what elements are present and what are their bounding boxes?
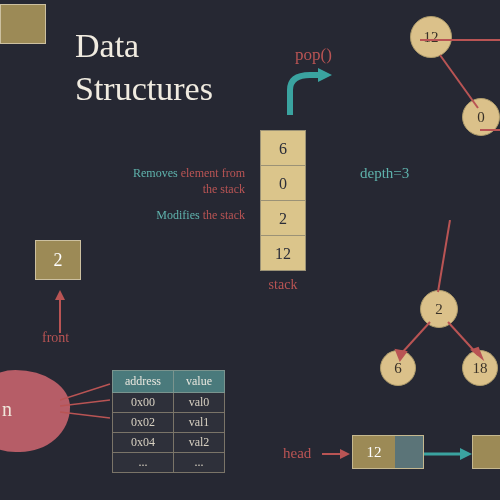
hash-blob-text: n (2, 398, 12, 421)
stack-description: Removes element from the stack Modifies … (125, 165, 245, 224)
ll-value: 12 (353, 436, 395, 468)
queue-box: 2 (35, 240, 81, 280)
stack-label: stack (260, 277, 306, 293)
front-arrow-icon (54, 288, 74, 333)
stack: 6 0 2 12 stack (260, 130, 306, 293)
desc-text: Modifies (156, 208, 199, 222)
desc-text: element from the stack (181, 166, 245, 196)
table-row: 0x00val0 (113, 393, 225, 413)
head-arrow-icon (322, 448, 352, 460)
title-line-2: Structures (75, 70, 213, 107)
linked-list-node: 12 (352, 435, 424, 469)
title-line-1: Data (75, 27, 139, 64)
page-title: Data Structures (75, 25, 213, 110)
svg-line-2 (60, 400, 110, 406)
top-left-box (0, 4, 46, 44)
stack-cell: 2 (260, 200, 306, 236)
table-row: ...... (113, 453, 225, 473)
table-row: 0x02val1 (113, 413, 225, 433)
table-header: address (113, 371, 174, 393)
tree-edge (400, 30, 500, 140)
memory-table: address value 0x00val0 0x02val1 0x04val2… (112, 370, 225, 473)
ll-pointer (395, 436, 423, 468)
desc-text: Removes (133, 166, 178, 180)
svg-line-3 (60, 412, 110, 418)
pop-arrow-icon (280, 60, 340, 120)
blob-connector-lines (60, 378, 120, 438)
ll-next-arrow-icon (424, 448, 474, 460)
head-label: head (283, 445, 311, 462)
stack-cell: 6 (260, 130, 306, 166)
desc-text: the stack (203, 208, 245, 222)
depth-label: depth=3 (360, 165, 409, 182)
svg-line-7 (438, 220, 450, 292)
table-row: 0x04val2 (113, 433, 225, 453)
svg-line-8 (400, 322, 430, 355)
stack-cell: 12 (260, 235, 306, 271)
tree-edges-lower (370, 220, 500, 380)
ll-value (473, 436, 500, 468)
svg-line-1 (60, 384, 110, 400)
stack-cell: 0 (260, 165, 306, 201)
svg-line-4 (440, 55, 478, 108)
table-header: value (174, 371, 225, 393)
linked-list-node (472, 435, 500, 469)
front-label: front (42, 330, 69, 346)
